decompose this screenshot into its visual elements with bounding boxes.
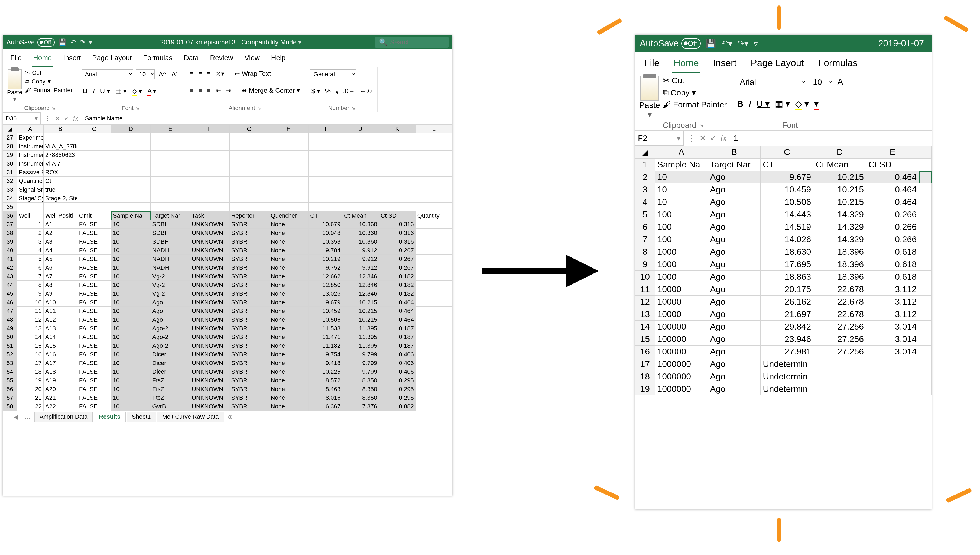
undo-icon[interactable]: ↶▾ [721,38,732,48]
col-header[interactable]: A [17,125,43,133]
redo-icon[interactable]: ↷▾ [737,38,749,48]
table-row[interactable]: 382A2FALSE10SDBHUNKNOWNSYBRNone10.04810.… [3,229,452,237]
row-header[interactable]: 2 [635,171,655,183]
row-header[interactable]: 12 [635,296,655,308]
formula-input[interactable] [731,131,932,146]
row-header[interactable]: 15 [635,333,655,345]
table-row[interactable]: 5115A15FALSE10Ago-2UNKNOWNSYBRNone11.182… [3,342,452,350]
tab-formulas[interactable]: Formulas [817,56,858,74]
tab-data[interactable]: Data [183,52,200,67]
table-row[interactable]: 5822A22FALSE10GvrBUNKNOWNSYBRNone6.3677.… [3,402,452,411]
comma-button[interactable]: ❟ [334,87,339,95]
fx-icon[interactable]: fx [73,115,78,122]
row-header[interactable]: 49 [3,324,17,333]
table-row[interactable]: 101000Ago18.86318.3960.618 [635,271,932,283]
undo-icon[interactable]: ↶ [70,38,76,46]
row-header[interactable]: 36 [3,212,17,220]
table-row[interactable]: 5519A19FALSE10FtsZUNKNOWNSYBRNone8.5728.… [3,376,452,385]
save-icon[interactable]: 💾 [59,38,67,46]
borders-button[interactable]: ▦ ▾ [114,87,128,95]
table-row[interactable]: 191000000AgoUndetermin [635,383,932,395]
table-row[interactable]: 30InstrumentViiA 7 [3,159,452,168]
row-header[interactable]: 14 [635,321,655,333]
table-row[interactable]: 14100000Ago29.84227.2563.014 [635,321,932,333]
table-row[interactable]: 5100Ago14.44314.3290.266 [635,209,932,221]
name-box[interactable]: F2▾ [635,131,684,146]
table-row[interactable]: 4610A10FALSE10AgoUNKNOWNSYBRNone9.67910.… [3,298,452,307]
col-header[interactable]: C [77,125,111,133]
row-header[interactable]: 55 [3,376,17,385]
table-row[interactable]: 415A5FALSE10NADHUNKNOWNSYBRNone10.2199.9… [3,255,452,263]
col-header[interactable]: H [269,125,309,133]
tab-page-layout[interactable]: Page Layout [91,52,133,67]
row-header[interactable]: 40 [3,246,17,255]
col-header[interactable]: I [309,125,342,133]
table-row[interactable]: 27Experiment User Name [3,133,452,142]
sheet-tab[interactable]: Results [94,412,125,422]
tab-file[interactable]: File [643,56,660,74]
formula-input[interactable] [82,112,452,124]
sheet-tab[interactable]: Sheet1 [127,412,156,422]
row-header[interactable]: 53 [3,359,17,367]
tab-file[interactable]: File [9,52,23,67]
redo-icon[interactable]: ↷ [80,38,85,46]
sheet-grid[interactable]: ◢ABCDE1Sample NaTarget NarCTCt MeanCt SD… [635,146,932,395]
row-header[interactable]: 9 [635,258,655,271]
table-row[interactable]: 4913A13FALSE10Ago-2UNKNOWNSYBRNone11.533… [3,324,452,333]
col-header[interactable]: E [150,125,190,133]
row-header[interactable]: 1 [635,159,655,171]
table-row[interactable]: 16100000Ago27.98127.2563.014 [635,345,932,358]
col-header[interactable]: E [866,146,919,159]
table-row[interactable]: 5317A17FALSE10DicerUNKNOWNSYBRNone9.4189… [3,359,452,367]
italic-button[interactable]: I [91,87,96,95]
row-header[interactable]: 56 [3,385,17,393]
range-down-icon[interactable]: ⋮ [687,133,695,143]
italic-button[interactable]: I [747,98,753,109]
autosave[interactable]: AutoSave Off [640,38,701,49]
row-header[interactable]: 31 [3,168,17,177]
row-header[interactable]: 30 [3,159,17,168]
row-header[interactable]: 13 [635,308,655,321]
align-middle-button[interactable]: ≡ [197,69,203,78]
col-header[interactable]: D [111,125,150,133]
row-header[interactable]: 7 [635,233,655,246]
dialog-launcher-icon[interactable]: ↘ [352,106,355,111]
copy-button[interactable]: ⧉Copy ▾ [663,88,727,97]
align-center-button[interactable]: ≡ [197,86,203,95]
sheet-grid[interactable]: ◢ABCDEFGHIJKL27Experiment User Name28Ins… [3,124,452,411]
underline-button[interactable]: U ▾ [99,87,111,95]
row-header[interactable]: 16 [635,345,655,358]
table-row[interactable]: 1110000Ago20.17522.6783.112 [635,283,932,296]
col-header[interactable]: J [342,125,379,133]
tab-insert[interactable]: Insert [62,52,82,67]
table-row[interactable]: 6100Ago14.51914.3290.266 [635,221,932,233]
currency-button[interactable]: $ ▾ [310,87,321,95]
enter-icon[interactable]: ✓ [710,133,717,143]
orientation-button[interactable]: ⤭▾ [214,69,225,78]
align-top-button[interactable]: ≡ [188,69,195,78]
table-row[interactable]: 33Signal Smtrue [3,185,452,194]
underline-button[interactable]: U ▾ [755,98,771,109]
row-header[interactable]: 50 [3,333,17,342]
row-header[interactable]: 43 [3,272,17,281]
row-header[interactable]: 6 [635,221,655,233]
qat-more-icon[interactable]: ▾ [89,38,92,46]
table-row[interactable]: 5721A21FALSE10FtsZUNKNOWNSYBRNone8.0168.… [3,393,452,402]
autosave-toggle[interactable]: Off [681,38,701,49]
row-header[interactable]: 10 [635,271,655,283]
range-down-icon[interactable]: ⋮ [45,115,51,122]
copy-button[interactable]: ⧉Copy ▾ [25,78,73,85]
bold-button[interactable]: B [82,87,89,95]
number-format-select[interactable]: General [310,69,356,79]
percent-button[interactable]: % [324,87,332,95]
col-header[interactable]: L [416,125,452,133]
paste-button[interactable]: Paste ▾ [7,69,22,103]
grow-font-button[interactable]: A^ [157,70,168,79]
row-header[interactable]: 38 [3,229,17,237]
col-header[interactable]: F [190,125,230,133]
row-header[interactable]: 35 [3,203,17,212]
table-row[interactable]: 31Passive ReROX [3,168,452,177]
tab-formulas[interactable]: Formulas [142,52,173,67]
table-row[interactable]: 5014A14FALSE10Ago-2UNKNOWNSYBRNone11.471… [3,333,452,342]
wrap-text-button[interactable]: ↩ Wrap Text [233,69,272,78]
